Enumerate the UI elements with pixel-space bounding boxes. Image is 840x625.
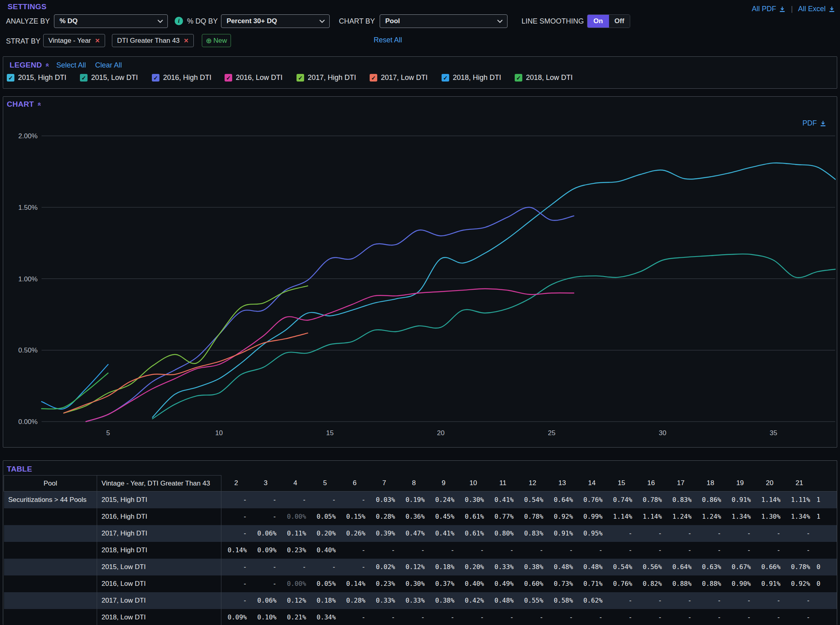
table-cell: -	[725, 542, 755, 559]
all-pdf-label: All PDF	[752, 5, 776, 13]
table-cell: -	[696, 609, 725, 625]
legend-checkbox[interactable]: ✓	[152, 74, 159, 82]
table-cell: -	[340, 492, 369, 508]
legend-item[interactable]: ✓2016, Low DTI	[225, 74, 283, 82]
all-excel-link[interactable]: All Excel	[798, 5, 835, 13]
table-cell: 1.24%	[666, 508, 695, 525]
dq-by-select[interactable]: Percent 30+ DQ	[221, 14, 330, 28]
table-cell: 0.15%	[340, 508, 369, 525]
x-axis-label: 25	[548, 429, 555, 437]
table-cell: 0.61%	[458, 525, 488, 542]
row-label-cell: 2015, High DTI	[97, 492, 221, 508]
legend-checkbox[interactable]: ✓	[80, 74, 88, 82]
month-column-header: 8	[399, 476, 429, 492]
table-cell: 1.24%	[696, 508, 725, 525]
table-cell: -	[577, 609, 607, 625]
legend-checkbox[interactable]: ✓	[515, 74, 522, 82]
reset-all-link[interactable]: Reset All	[374, 36, 402, 44]
collapse-icon[interactable]: «	[44, 63, 52, 67]
all-excel-label: All Excel	[798, 5, 826, 13]
strat-column-header: Vintage - Year, DTI Greater Than 43	[97, 476, 221, 492]
smoothing-off-button[interactable]: Off	[609, 15, 630, 28]
table-cell: 0.02%	[370, 559, 399, 575]
table-cell: 0.73%	[547, 575, 577, 592]
table-cell: -	[458, 542, 488, 559]
table-cell: -	[755, 542, 784, 559]
pool-cell	[4, 559, 97, 575]
legend-title: LEGEND«	[10, 61, 50, 70]
row-label-cell: 2016, Low DTI	[97, 575, 221, 592]
table-cell: 0.76%	[577, 492, 607, 508]
table-row: 2018, Low DTI0.09%0.10%0.21%0.34%-------…	[4, 609, 837, 625]
table-cell: -	[221, 575, 251, 592]
y-axis-label: 0.50%	[18, 346, 38, 354]
table-cell: 0.28%	[340, 592, 369, 609]
remove-tag-icon[interactable]: ✕	[95, 37, 100, 44]
table-cell: 0.48%	[577, 559, 607, 575]
table-cell: -	[666, 609, 695, 625]
table-cell: 0.54%	[607, 559, 636, 575]
line-smoothing-toggle: On Off	[587, 14, 630, 28]
remove-tag-icon[interactable]: ✕	[184, 37, 189, 44]
pool-column-header: Pool	[4, 476, 97, 492]
chart-by-select[interactable]: Pool	[380, 14, 508, 28]
table-cell: -	[370, 542, 399, 559]
chart-panel: CHART« PDF 0.00%0.50%1.00%1.50%2.00%5101…	[3, 96, 837, 448]
chart-line	[64, 286, 308, 413]
legend-item[interactable]: ✓2017, High DTI	[297, 74, 356, 82]
legend-checkbox[interactable]: ✓	[442, 74, 449, 82]
table-cell: 0.60%	[518, 575, 547, 592]
row-label-cell: 2018, Low DTI	[97, 609, 221, 625]
legend-item[interactable]: ✓2016, High DTI	[152, 74, 211, 82]
table-cell: 0.95%	[577, 525, 607, 542]
download-icon	[828, 6, 835, 12]
table-cell: 0.82%	[636, 575, 666, 592]
new-strat-button[interactable]: ⊕New	[202, 34, 231, 47]
all-pdf-link[interactable]: All PDF	[752, 5, 786, 13]
row-label-cell: 2017, Low DTI	[97, 592, 221, 609]
table-cell: 0.42%	[458, 592, 488, 609]
strat-tag-dti: DTI Greater Than 43 ✕	[112, 34, 194, 47]
row-label-cell: 2017, High DTI	[97, 525, 221, 542]
legend-item[interactable]: ✓2018, Low DTI	[515, 74, 573, 82]
legend-checkbox[interactable]: ✓	[297, 74, 304, 82]
smoothing-on-button[interactable]: On	[587, 15, 609, 28]
table-cell: -	[725, 525, 755, 542]
legend-item[interactable]: ✓2015, High DTI	[7, 74, 66, 82]
table-cell: -	[784, 542, 814, 559]
table-cell: 0.00%	[281, 575, 310, 592]
legend-checkbox[interactable]: ✓	[370, 74, 377, 82]
pool-cell	[4, 508, 97, 525]
chevron-down-icon	[497, 20, 503, 23]
legend-item[interactable]: ✓2017, Low DTI	[370, 74, 428, 82]
table-cell: 0.54%	[518, 492, 547, 508]
legend-panel: LEGEND« Select All Clear All ✓2015, High…	[3, 56, 837, 89]
legend-item[interactable]: ✓2018, High DTI	[442, 74, 501, 82]
table-panel: TABLE PoolVintage - Year, DTI Greater Th…	[3, 460, 837, 625]
analyze-by-select[interactable]: % DQ	[54, 14, 168, 28]
table-cell: 0.39%	[370, 525, 399, 542]
table-cell: 0.74%	[607, 492, 636, 508]
legend-item[interactable]: ✓2015, Low DTI	[80, 74, 138, 82]
table-cell: 0.24%	[429, 492, 458, 508]
table-cell: -	[221, 508, 251, 525]
table-cell: 0.33%	[370, 592, 399, 609]
table-cell: -	[755, 525, 784, 542]
row-label-cell: 2018, High DTI	[97, 542, 221, 559]
month-column-header: 18	[696, 476, 725, 492]
month-column-header: 19	[725, 476, 755, 492]
month-column-header: 15	[607, 476, 636, 492]
table-cell: -	[310, 559, 340, 575]
table-cell: 0.64%	[547, 492, 577, 508]
legend-checkbox[interactable]: ✓	[225, 74, 232, 82]
legend-item-label: 2016, High DTI	[163, 74, 211, 82]
select-all-link[interactable]: Select All	[56, 61, 86, 70]
table-cell: 0.91%	[755, 575, 784, 592]
table-cell: -	[340, 542, 369, 559]
month-column-header: 10	[458, 476, 488, 492]
legend-checkbox[interactable]: ✓	[7, 74, 14, 82]
table-cell: 0	[814, 559, 837, 575]
info-icon[interactable]: i	[175, 17, 183, 25]
clear-all-link[interactable]: Clear All	[95, 61, 122, 70]
table-cell: 1.34%	[725, 508, 755, 525]
